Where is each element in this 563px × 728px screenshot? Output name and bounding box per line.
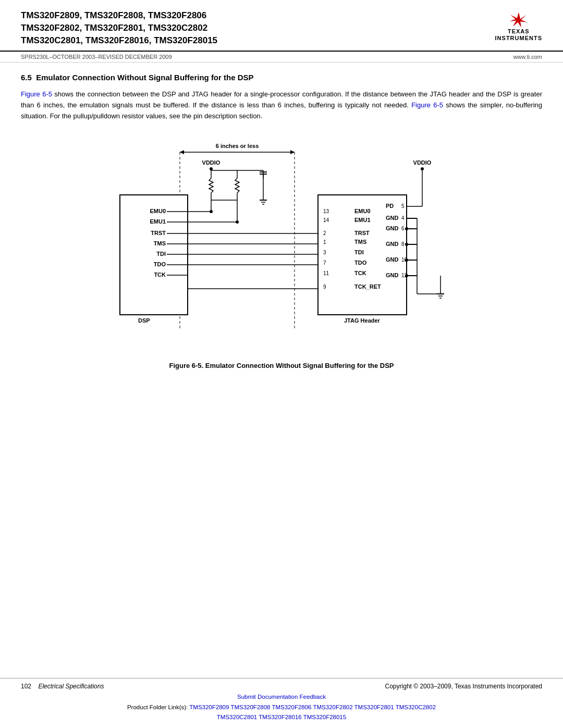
svg-text:TCK: TCK xyxy=(154,272,166,278)
footer-top-row: 102 Electrical Specifications Copyright … xyxy=(21,683,542,690)
svg-text:TRST: TRST xyxy=(151,230,166,236)
svg-text:TMS: TMS xyxy=(154,240,166,246)
svg-text:EMU0: EMU0 xyxy=(150,208,166,214)
product-link-8[interactable]: TMS320F28016 xyxy=(259,714,301,720)
product-link-4[interactable]: TMS320F2802 xyxy=(313,704,353,710)
svg-text:EMU0: EMU0 xyxy=(354,208,371,214)
website: www.ti.com xyxy=(513,54,542,60)
svg-text:JTAG Header: JTAG Header xyxy=(344,317,381,324)
svg-text:8: 8 xyxy=(401,241,405,247)
doc-id: SPRS230L–OCTOBER 2003–REVISED DECEMBER 2… xyxy=(21,54,172,60)
diagram-container: 6 inches or less VDDIO VDDIO xyxy=(21,132,542,356)
main-content: 6.5 Emulator Connection Without Signal B… xyxy=(0,63,563,390)
product-link-6[interactable]: TMS320C2802 xyxy=(396,704,436,710)
feedback-link-row: Submit Documentation Feedback xyxy=(21,692,542,702)
svg-text:VDDIO: VDDIO xyxy=(413,159,432,166)
sub-header: SPRS230L–OCTOBER 2003–REVISED DECEMBER 2… xyxy=(0,52,563,63)
svg-text:14: 14 xyxy=(323,217,329,223)
svg-text:EMU1: EMU1 xyxy=(354,217,371,223)
header-title-block: TMS320F2809, TMS320F2808, TMS320F2806 TM… xyxy=(21,9,217,46)
svg-point-84 xyxy=(405,258,408,262)
circuit-diagram: 6 inches or less VDDIO VDDIO xyxy=(99,132,464,356)
svg-text:PD: PD xyxy=(386,203,394,209)
svg-point-8 xyxy=(210,167,213,170)
svg-text:TDI: TDI xyxy=(354,249,364,255)
product-link-5[interactable]: TMS320F2801 xyxy=(354,704,394,710)
svg-marker-3 xyxy=(180,150,184,154)
ti-logo: TEXAS INSTRUMENTS xyxy=(495,11,542,42)
svg-text:GND: GND xyxy=(386,225,399,231)
page-footer: 102 Electrical Specifications Copyright … xyxy=(0,678,563,728)
svg-text:5: 5 xyxy=(401,203,405,209)
svg-text:3: 3 xyxy=(323,250,326,255)
section-heading: 6.5 Emulator Connection Without Signal B… xyxy=(21,73,542,82)
product-folder-row-2: TMS320C2801 TMS320F28016 TMS320F28015 xyxy=(21,712,542,723)
svg-text:TMS: TMS xyxy=(354,239,366,245)
svg-text:TCK_RET: TCK_RET xyxy=(354,283,381,290)
figure-ref-link-2[interactable]: Figure 6-5 xyxy=(411,101,443,109)
product-link-7[interactable]: TMS320C2801 xyxy=(217,714,257,720)
footer-page-number: 102 Electrical Specifications xyxy=(21,683,104,690)
svg-text:9: 9 xyxy=(323,284,326,290)
svg-text:TDO: TDO xyxy=(354,260,367,266)
svg-text:GND: GND xyxy=(386,241,399,247)
logo-text-texas: TEXAS INSTRUMENTS xyxy=(495,28,542,42)
svg-point-76 xyxy=(405,227,408,230)
svg-text:DSP: DSP xyxy=(138,317,150,324)
product-link-9[interactable]: TMS320F28015 xyxy=(303,714,346,720)
svg-text:GND: GND xyxy=(386,215,399,221)
footer-section-label: Electrical Specifications xyxy=(38,683,104,690)
product-folder-row: Product Folder Link(s): TMS320F2809 TMS3… xyxy=(21,702,542,713)
figure-caption: Figure 6-5. Emulator Connection Without … xyxy=(21,362,542,369)
header-title: TMS320F2809, TMS320F2808, TMS320F2806 TM… xyxy=(21,9,217,46)
svg-text:GND: GND xyxy=(386,272,399,278)
svg-point-10 xyxy=(421,167,424,170)
footer-copyright: Copyright © 2003–2009, Texas Instruments… xyxy=(385,683,542,690)
svg-point-80 xyxy=(405,243,408,246)
svg-text:4: 4 xyxy=(401,215,405,221)
svg-text:TDO: TDO xyxy=(154,261,166,267)
svg-text:GND: GND xyxy=(386,256,399,263)
svg-text:6: 6 xyxy=(401,226,405,231)
svg-text:11: 11 xyxy=(323,270,329,276)
svg-text:VDDIO: VDDIO xyxy=(202,159,221,166)
svg-text:13: 13 xyxy=(323,208,329,214)
product-link-1[interactable]: TMS320F2809 xyxy=(189,704,229,710)
svg-marker-4 xyxy=(290,150,295,154)
svg-text:TRST: TRST xyxy=(354,230,370,236)
product-link-3[interactable]: TMS320F2806 xyxy=(272,704,311,710)
product-link-2[interactable]: TMS320F2808 xyxy=(230,704,270,710)
footer-links: Submit Documentation Feedback Product Fo… xyxy=(21,692,542,723)
svg-text:TCK: TCK xyxy=(354,270,366,276)
feedback-link[interactable]: Submit Documentation Feedback xyxy=(237,694,326,700)
product-folder-label: Product Folder Link(s): xyxy=(127,704,188,710)
svg-text:1: 1 xyxy=(323,239,326,245)
svg-text:TDI: TDI xyxy=(156,251,166,257)
page-header: TMS320F2809, TMS320F2808, TMS320F2806 TM… xyxy=(0,0,563,52)
ti-logo-svg xyxy=(506,11,531,28)
svg-text:EMU1: EMU1 xyxy=(150,218,166,225)
svg-text:2: 2 xyxy=(323,230,326,236)
svg-text:7: 7 xyxy=(323,260,326,266)
inches-label: 6 inches or less xyxy=(216,143,259,149)
body-paragraph: Figure 6-5 shows the connection between … xyxy=(21,89,542,121)
figure-ref-link-1[interactable]: Figure 6-5 xyxy=(21,90,52,98)
svg-point-88 xyxy=(405,274,408,277)
